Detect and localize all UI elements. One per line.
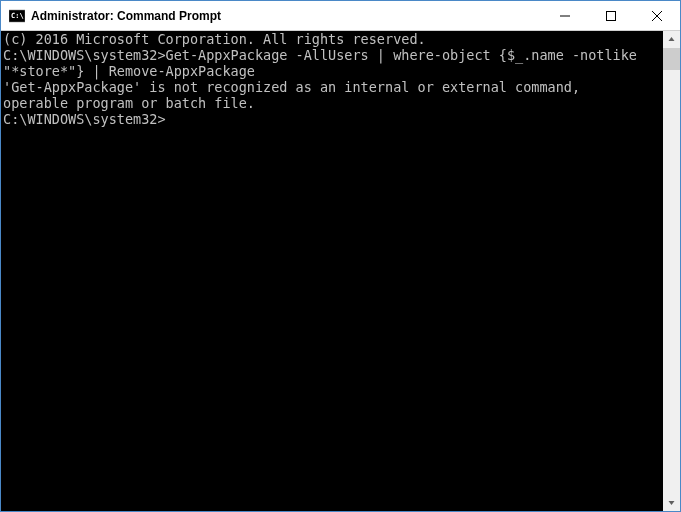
prompt-line: C:\WINDOWS\system32> xyxy=(3,111,661,127)
scroll-track[interactable] xyxy=(663,48,680,494)
scroll-down-button[interactable] xyxy=(663,494,680,511)
error-line-1: 'Get-AppxPackage' is not recognized as a… xyxy=(3,79,661,95)
scroll-thumb[interactable] xyxy=(663,48,680,70)
window-controls xyxy=(542,1,680,30)
titlebar[interactable]: C:\ Administrator: Command Prompt xyxy=(1,1,680,31)
vertical-scrollbar[interactable] xyxy=(663,31,680,511)
command-prompt-window: C:\ Administrator: Command Prompt (c) 20… xyxy=(0,0,681,512)
content-area: (c) 2016 Microsoft Corporation. All righ… xyxy=(1,31,680,511)
app-icon: C:\ xyxy=(9,8,25,24)
svg-text:C:\: C:\ xyxy=(11,12,24,20)
error-line-2: operable program or batch file. xyxy=(3,95,661,111)
minimize-button[interactable] xyxy=(542,1,588,30)
copyright-line: (c) 2016 Microsoft Corporation. All righ… xyxy=(3,31,661,47)
svg-rect-3 xyxy=(607,11,616,20)
terminal-output[interactable]: (c) 2016 Microsoft Corporation. All righ… xyxy=(1,31,663,511)
close-button[interactable] xyxy=(634,1,680,30)
command-line: C:\WINDOWS\system32>Get-AppxPackage -All… xyxy=(3,47,661,79)
scroll-up-button[interactable] xyxy=(663,31,680,48)
window-title: Administrator: Command Prompt xyxy=(31,9,542,23)
maximize-button[interactable] xyxy=(588,1,634,30)
